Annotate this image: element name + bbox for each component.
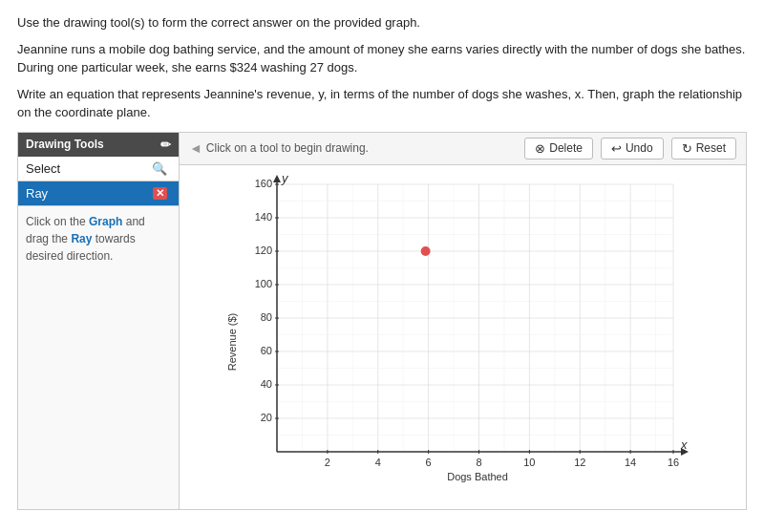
x-tick-2: 2 xyxy=(324,457,329,468)
data-point xyxy=(420,246,430,256)
graph-area: ◄ Click on a tool to begin drawing. ⊗ De… xyxy=(180,132,747,510)
select-tool-label: Select xyxy=(26,161,60,176)
y-tick-20: 20 xyxy=(260,412,271,423)
drawing-tools-panel: Drawing Tools ✏ Select 🔍 Ray ✕ Click on … xyxy=(17,132,180,510)
pencil-icon: ✏ xyxy=(160,138,171,152)
undo-button[interactable]: ↩ Undo xyxy=(601,138,664,160)
ray-tool-label: Ray xyxy=(26,186,48,201)
y-tick-80: 80 xyxy=(260,311,271,323)
highlight-ray: Ray xyxy=(71,232,92,245)
reset-icon: ↻ xyxy=(682,141,692,156)
reset-button[interactable]: ↻ Reset xyxy=(671,138,736,160)
instruction-line2: Jeannine runs a mobile dog bathing servi… xyxy=(17,40,747,77)
x-tick-14: 14 xyxy=(625,457,636,468)
drawing-tools-header: Drawing Tools ✏ xyxy=(18,133,179,157)
y-tick-40: 40 xyxy=(260,378,271,390)
undo-icon: ↩ xyxy=(611,141,622,156)
arrow-left-icon: ◄ xyxy=(189,140,202,156)
close-icon[interactable]: ✕ xyxy=(153,187,167,200)
delete-label: Delete xyxy=(549,141,583,155)
x-tick-12: 12 xyxy=(574,457,585,468)
y-tick-140: 140 xyxy=(254,211,271,223)
undo-label: Undo xyxy=(626,141,653,155)
x-tick-6: 6 xyxy=(425,457,431,468)
coordinate-graph[interactable]: Revenue ($) xyxy=(224,175,692,500)
instruction-line3: Write an equation that represents Jeanni… xyxy=(17,85,747,122)
x-tick-16: 16 xyxy=(667,457,678,468)
y-tick-100: 100 xyxy=(254,278,271,289)
highlight-graph: Graph xyxy=(89,215,122,228)
search-icon: 🔍 xyxy=(152,161,167,176)
toolbar-hint: ◄ Click on a tool to begin drawing. xyxy=(189,140,517,156)
instructions-block: Use the drawing tool(s) to form the corr… xyxy=(17,13,747,122)
tool-instructions: Click on the Graph and drag the Ray towa… xyxy=(18,206,179,271)
instruction-line1: Use the drawing tool(s) to form the corr… xyxy=(17,13,747,32)
delete-button[interactable]: ⊗ Delete xyxy=(524,138,593,160)
delete-icon: ⊗ xyxy=(535,141,545,156)
drawing-tools-title: Drawing Tools xyxy=(26,138,104,151)
y-tick-120: 120 xyxy=(254,245,271,256)
toolbar-hint-text: Click on a tool to begin drawing. xyxy=(206,141,369,155)
x-tick-10: 10 xyxy=(523,457,535,468)
x-tick-8: 8 xyxy=(476,457,481,468)
main-area: Drawing Tools ✏ Select 🔍 Ray ✕ Click on … xyxy=(17,132,747,510)
ray-tool[interactable]: Ray ✕ xyxy=(18,181,179,206)
y-label: y xyxy=(281,175,289,185)
graph-container[interactable]: Revenue ($) xyxy=(180,165,747,510)
y-axis-arrow xyxy=(273,175,281,182)
select-tool[interactable]: Select 🔍 xyxy=(18,157,179,181)
x-axis-label: Dogs Bathed xyxy=(447,471,508,482)
y-axis-label: Revenue ($) xyxy=(226,312,238,371)
toolbar: ◄ Click on a tool to begin drawing. ⊗ De… xyxy=(180,132,747,165)
x-label: x xyxy=(680,437,688,452)
x-tick-4: 4 xyxy=(374,457,380,468)
y-tick-160: 160 xyxy=(254,178,271,189)
reset-label: Reset xyxy=(696,141,726,155)
y-tick-60: 60 xyxy=(260,345,271,356)
